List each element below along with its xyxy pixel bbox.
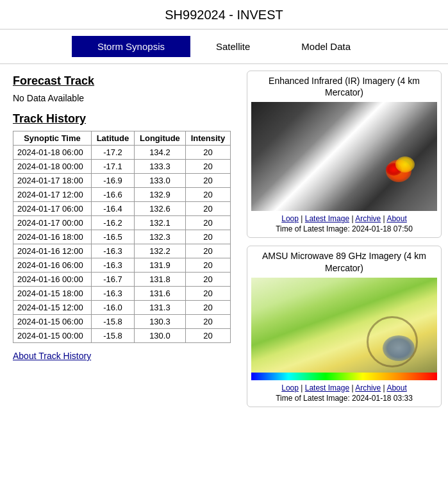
ir-imagery-links: Loop | Latest Image | Archive | About (251, 214, 437, 223)
main-content: Forecast Track No Data Available Track H… (0, 64, 448, 421)
ir-about-link[interactable]: About (386, 214, 406, 223)
mw-archive-link[interactable]: Archive (355, 383, 381, 392)
ir-loop-link[interactable]: Loop (281, 214, 299, 223)
left-panel: Forecast Track No Data Available Track H… (0, 71, 244, 415)
table-row: 2024-01-17 12:00-16.6132.920 (13, 188, 231, 202)
table-row: 2024-01-15 00:00-15.8130.020 (13, 329, 231, 343)
right-panel: Enhanced Infrared (IR) Imagery (4 km Mer… (244, 71, 448, 415)
ir-imagery-card: Enhanced Infrared (IR) Imagery (4 km Mer… (247, 71, 442, 238)
table-row: 2024-01-17 18:00-16.9133.020 (13, 174, 231, 188)
tab-model-data[interactable]: Model Data (276, 36, 376, 57)
table-row: 2024-01-18 00:00-17.1133.320 (13, 160, 231, 174)
tab-bar: Storm Synopsis Satellite Model Data (0, 29, 448, 64)
about-track-history-link[interactable]: About Track History (13, 351, 231, 361)
table-row: 2024-01-16 12:00-16.3132.220 (13, 244, 231, 258)
mw-about-link[interactable]: About (386, 383, 406, 392)
track-history-table: Synoptic Time Latitude Longitude Intensi… (13, 131, 231, 343)
mw-imagery-links: Loop | Latest Image | Archive | About (251, 383, 437, 392)
col-intensity: Intensity (185, 131, 230, 146)
table-row: 2024-01-18 06:00-17.2134.220 (13, 146, 231, 160)
ir-latest-link[interactable]: Latest Image (305, 214, 349, 223)
table-row: 2024-01-16 06:00-16.3131.920 (13, 258, 231, 273)
track-history-title: Track History (13, 112, 231, 126)
table-row: 2024-01-17 00:00-16.2132.120 (13, 216, 231, 230)
table-row: 2024-01-15 12:00-16.0131.320 (13, 301, 231, 315)
page-title: SH992024 - INVEST (0, 0, 448, 29)
table-row: 2024-01-17 06:00-16.4132.620 (13, 202, 231, 216)
mw-imagery-card: AMSU Microwave 89 GHz Imagery (4 km Merc… (247, 246, 442, 407)
ir-image-time: Time of Latest Image: 2024-01-18 07:50 (251, 224, 437, 233)
col-latitude: Latitude (91, 131, 134, 146)
table-row: 2024-01-15 06:00-15.8130.320 (13, 315, 231, 329)
ir-archive-link[interactable]: Archive (355, 214, 381, 223)
forecast-track-no-data: No Data Available (13, 93, 231, 103)
col-longitude: Longitude (134, 131, 185, 146)
table-row: 2024-01-16 00:00-16.7131.820 (13, 273, 231, 287)
ir-imagery-image (251, 102, 437, 211)
mw-loop-link[interactable]: Loop (281, 383, 299, 392)
forecast-track-title: Forecast Track (13, 74, 231, 88)
mw-imagery-title: AMSU Microwave 89 GHz Imagery (4 km Merc… (251, 250, 437, 273)
mw-latest-link[interactable]: Latest Image (305, 383, 349, 392)
table-row: 2024-01-15 18:00-16.3131.620 (13, 287, 231, 301)
table-row: 2024-01-16 18:00-16.5132.320 (13, 230, 231, 244)
tab-storm-synopsis[interactable]: Storm Synopsis (72, 36, 190, 57)
ir-imagery-title: Enhanced Infrared (IR) Imagery (4 km Mer… (251, 75, 437, 98)
mw-imagery-image (251, 278, 437, 380)
mw-image-time: Time of Latest Image: 2024-01-18 03:33 (251, 394, 437, 403)
col-synoptic-time: Synoptic Time (13, 131, 92, 146)
tab-satellite[interactable]: Satellite (190, 36, 276, 57)
